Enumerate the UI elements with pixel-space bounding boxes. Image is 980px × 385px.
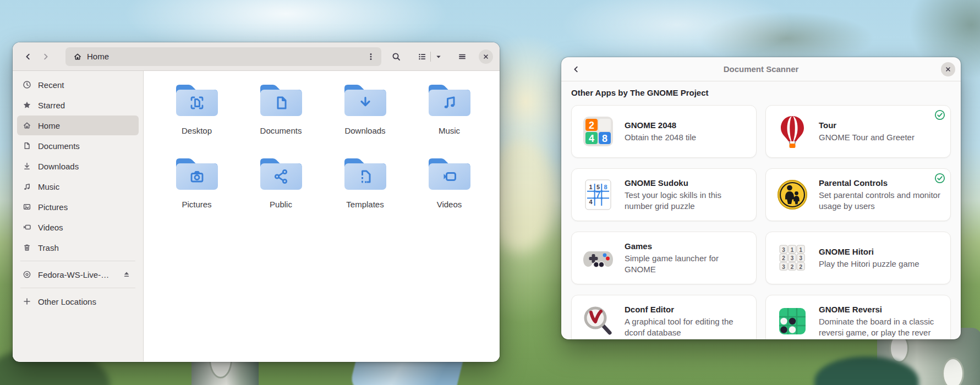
svg-text:2: 2 — [782, 255, 785, 261]
sidebar-separator — [20, 261, 135, 261]
chevron-left-icon — [572, 65, 581, 74]
sidebar-item-home[interactable]: Home — [17, 116, 139, 135]
files-window: Home RecentStarredHomeDocumentsDownloads… — [13, 42, 500, 362]
sidebar-item-documents[interactable]: Documents — [17, 136, 139, 156]
forward-button[interactable] — [37, 48, 54, 65]
folder-videos[interactable]: Videos — [407, 153, 491, 227]
app-name: GNOME Reversi — [819, 305, 941, 314]
software-back-button[interactable] — [567, 61, 585, 78]
section-title: Other Apps by The GNOME Project — [571, 87, 951, 98]
sidebar-item-label: Home — [38, 121, 60, 130]
software-headerbar: Document Scanner — [561, 57, 961, 81]
app-card-text: GNOME SudokuTest your logic skills in th… — [625, 178, 747, 211]
svg-text:1: 1 — [799, 247, 802, 253]
app-name: GNOME Hitori — [819, 247, 919, 256]
app-description: Test your logic skills in this number gr… — [625, 190, 747, 211]
folder-label: Videos — [437, 200, 462, 209]
app-card-gnome-reversi[interactable]: GNOME ReversiDominate the board in a cla… — [765, 295, 951, 339]
svg-text:1: 1 — [589, 184, 592, 190]
folder-icon-public — [258, 153, 304, 192]
back-button[interactable] — [19, 48, 37, 65]
sidebar-item-label: Other Locations — [38, 297, 96, 306]
sidebar-item-videos[interactable]: Videos — [17, 217, 139, 237]
hamburger-icon — [458, 52, 467, 61]
chevron-right-icon — [41, 52, 50, 61]
sidebar-item-trash[interactable]: Trash — [17, 238, 139, 257]
view-toggle-button[interactable] — [414, 48, 446, 65]
picture-icon — [23, 202, 31, 211]
app-2048-icon: 248 — [581, 114, 616, 149]
folder-label: Downloads — [344, 126, 385, 135]
home-icon — [73, 52, 82, 61]
sidebar-item-label: Fedora-WS-Live-37… — [38, 270, 113, 279]
app-card-dconf-editor[interactable]: Dconf EditorA graphical tool for editing… — [571, 295, 757, 339]
folder-templates[interactable]: Templates — [323, 153, 407, 227]
svg-text:8: 8 — [602, 133, 607, 144]
sidebar-item-pictures[interactable]: Pictures — [17, 197, 139, 217]
plus-icon — [23, 297, 31, 306]
headerbar-tools — [414, 48, 493, 65]
folder-menu-button[interactable] — [363, 49, 379, 64]
app-description: Set parental controls and monitor usage … — [819, 190, 941, 211]
svg-text:2: 2 — [799, 264, 802, 270]
close-icon — [482, 53, 490, 61]
folder-icon-music — [426, 80, 473, 118]
folder-music[interactable]: Music — [407, 80, 491, 153]
video-icon — [23, 223, 31, 232]
sidebar-item-downloads[interactable]: Downloads — [17, 156, 139, 176]
app-card-text: Parental ControlsSet parental controls a… — [819, 178, 941, 211]
app-parental-icon — [775, 177, 810, 212]
app-card-text: GamesSimple game launcher for GNOME — [625, 241, 747, 274]
app-card-games[interactable]: GamesSimple game launcher for GNOME — [571, 232, 757, 284]
folder-documents[interactable]: Documents — [239, 80, 323, 153]
sidebar-item-starred[interactable]: Starred — [17, 95, 139, 115]
sidebar-item-recent[interactable]: Recent — [17, 75, 139, 95]
app-description: Play the Hitori puzzle game — [819, 258, 919, 269]
app-tour-icon — [775, 114, 810, 149]
music-icon — [23, 182, 31, 191]
app-card-parental-controls[interactable]: Parental ControlsSet parental controls a… — [765, 168, 951, 221]
folder-icon-templates — [342, 153, 388, 192]
app-dconf-icon — [581, 304, 616, 339]
search-button[interactable] — [387, 48, 406, 65]
folder-desktop[interactable]: Desktop — [155, 80, 239, 153]
eject-button[interactable] — [120, 267, 133, 282]
installed-check-badge — [934, 173, 945, 184]
files-close-button[interactable] — [479, 50, 493, 64]
app-grid: 248GNOME 2048Obtain the 2048 tileTourGNO… — [571, 105, 951, 339]
folder-downloads[interactable]: Downloads — [323, 80, 407, 153]
app-card-text: GNOME HitoriPlay the Hitori puzzle game — [819, 247, 919, 269]
app-reversi-icon — [775, 304, 810, 339]
app-card-text: GNOME ReversiDominate the board in a cla… — [819, 305, 941, 337]
hamburger-menu-button[interactable] — [453, 48, 471, 65]
list-view-icon — [418, 52, 426, 61]
folder-public[interactable]: Public — [239, 153, 323, 227]
svg-text:4: 4 — [589, 133, 594, 144]
app-hitori-icon: 311233322 — [775, 240, 810, 276]
app-card-gnome-hitori[interactable]: 311233322GNOME HitoriPlay the Hitori puz… — [765, 232, 951, 284]
sidebar-item-fedora-ws-live-37[interactable]: Fedora-WS-Live-37… — [17, 265, 139, 284]
recent-icon — [23, 80, 31, 89]
sidebar-item-label: Downloads — [38, 162, 79, 171]
app-card-text: GNOME 2048Obtain the 2048 tile — [625, 120, 696, 142]
sidebar-item-other-locations[interactable]: Other Locations — [17, 292, 139, 311]
sidebar-item-label: Documents — [38, 141, 80, 151]
sidebar-item-label: Recent — [38, 80, 64, 90]
software-close-button[interactable] — [941, 62, 955, 76]
svg-text:4: 4 — [589, 199, 593, 205]
folder-icon-downloads — [342, 80, 388, 118]
path-bar-button[interactable]: Home — [65, 47, 381, 66]
caret-down-icon — [435, 53, 442, 61]
sidebar-item-music[interactable]: Music — [17, 177, 139, 196]
folder-label: Public — [270, 200, 292, 209]
home-icon — [23, 121, 31, 130]
app-card-tour[interactable]: TourGNOME Tour and Greeter — [765, 105, 951, 158]
app-card-gnome-2048[interactable]: 248GNOME 2048Obtain the 2048 tile — [571, 105, 757, 158]
app-description: Dominate the board in a classic reversi … — [819, 316, 941, 337]
app-name: GNOME 2048 — [625, 120, 696, 130]
app-card-gnome-sudoku[interactable]: 15874GNOME SudokuTest your logic skills … — [571, 168, 757, 221]
sidebar-separator — [20, 288, 135, 288]
app-name: Games — [625, 241, 747, 251]
app-description: A graphical tool for editing the dconf d… — [625, 316, 747, 337]
folder-pictures[interactable]: Pictures — [155, 153, 239, 227]
